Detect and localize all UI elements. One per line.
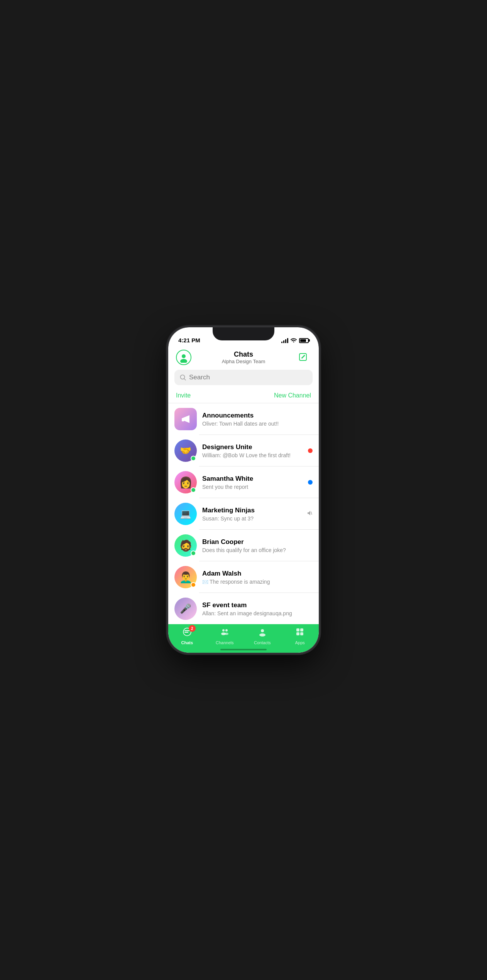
search-bar[interactable] [174, 370, 313, 385]
chat-name: Samantha White [202, 475, 305, 483]
chat-preview: Susan: Sync up at 3? [202, 515, 303, 522]
tab-bar: 2 Chats Channels [168, 624, 319, 653]
svg-point-11 [225, 629, 228, 631]
online-indicator [191, 487, 196, 493]
chat-meta [308, 480, 313, 485]
svg-rect-17 [300, 628, 303, 631]
tab-apps[interactable]: Apps [281, 627, 319, 645]
status-time: 4:21 PM [178, 337, 200, 344]
svg-rect-18 [296, 632, 299, 635]
channels-tab-icon [220, 627, 229, 639]
chat-info: Announcements Oliver: Town Hall dates ar… [202, 412, 313, 427]
chat-preview: Allan: Sent an image designauqa.png [202, 610, 313, 616]
chat-name: Designers Unite [202, 443, 305, 451]
chats-badge: 2 [189, 625, 196, 632]
tab-chats[interactable]: 2 Chats [168, 627, 206, 645]
chat-item-announcements[interactable]: Announcements Oliver: Town Hall dates ar… [168, 403, 319, 435]
avatar-wrap: 💻 [174, 503, 197, 525]
chat-name: Brian Cooper [202, 538, 313, 546]
apps-tab-icon [295, 627, 304, 639]
sf-avatar: 🎤 [174, 598, 197, 620]
chat-list: Announcements Oliver: Town Hall dates ar… [168, 403, 319, 624]
svg-line-7 [311, 512, 312, 515]
chat-info: Brian Cooper Does this qualify for an of… [202, 538, 313, 553]
avatar-wrap: 👨‍🦱 [174, 566, 197, 588]
profile-avatar[interactable] [176, 350, 191, 365]
tab-channels-label: Channels [216, 640, 233, 645]
chat-item-samantha-white[interactable]: 👩 Samantha White Sent you the report [168, 466, 319, 498]
chat-item-sf-event-team[interactable]: 🎤 SF event team Allan: Sent an image des… [168, 593, 319, 624]
phone-frame: 4:21 PM [168, 327, 319, 653]
contacts-tab-icon [258, 627, 267, 639]
header-title: Chats [222, 350, 265, 359]
search-icon [180, 374, 186, 381]
svg-line-5 [184, 379, 186, 380]
chat-info: Adam Walsh ✉️The response is amazing [202, 570, 313, 585]
chat-item-marketing-ninjas[interactable]: 💻 Marketing Ninjas Susan: Sync up at 3? [168, 498, 319, 530]
svg-rect-16 [296, 628, 299, 631]
announcements-avatar [174, 408, 197, 430]
app-content: Chats Alpha Design Team [168, 347, 319, 653]
header-subtitle: Alpha Design Team [222, 359, 265, 364]
chat-preview: William: @Bob W Love the first draft! [202, 452, 305, 458]
new-channel-button[interactable]: New Channel [274, 392, 311, 399]
tab-apps-label: Apps [295, 640, 305, 645]
tab-contacts-label: Contacts [254, 640, 271, 645]
tab-chats-label: Chats [181, 640, 193, 645]
chat-preview: Oliver: Town Hall dates are out!! [202, 421, 313, 427]
status-icons [281, 337, 309, 344]
chat-preview: Does this qualify for an office joke? [202, 547, 313, 553]
phone-screen: 4:21 PM [168, 327, 319, 653]
chat-name: Announcements [202, 412, 313, 419]
unread-dot [308, 480, 313, 485]
chat-info: SF event team Allan: Sent an image desig… [202, 601, 313, 616]
svg-point-14 [261, 629, 264, 632]
svg-rect-6 [182, 418, 184, 421]
svg-point-1 [182, 354, 186, 358]
chat-info: Marketing Ninjas Susan: Sync up at 3? [202, 507, 303, 522]
search-input[interactable] [189, 374, 307, 381]
online-indicator [191, 456, 196, 461]
tab-contacts[interactable]: Contacts [244, 627, 281, 645]
wifi-icon [291, 337, 297, 344]
signal-icon [281, 338, 288, 343]
draft-icon: ✉️ [202, 579, 208, 585]
battery-icon [299, 338, 309, 343]
svg-point-13 [225, 633, 228, 635]
avatar-wrap: 🤝 [174, 439, 197, 462]
action-row: Invite New Channel [168, 390, 319, 403]
chat-item-brian-cooper[interactable]: 🧔 Brian Cooper Does this qualify for an … [168, 530, 319, 561]
avatar-wrap: 👩 [174, 471, 197, 493]
phone-notch [213, 327, 274, 340]
chat-meta [306, 510, 313, 518]
chat-preview: Sent you the report [202, 484, 305, 490]
chat-item-designers-unite[interactable]: 🤝 Designers Unite William: @Bob W Love t… [168, 435, 319, 466]
chat-name: Adam Walsh [202, 570, 313, 578]
chat-name: SF event team [202, 601, 313, 609]
unread-dot [308, 448, 313, 453]
avatar-wrap: 🎤 [174, 598, 197, 620]
svg-point-15 [259, 633, 265, 636]
chats-tab-icon: 2 [183, 627, 192, 639]
svg-rect-19 [300, 632, 303, 635]
avatar-wrap [174, 408, 197, 430]
chat-preview-draft: ✉️The response is amazing [202, 579, 313, 585]
invite-button[interactable]: Invite [176, 392, 191, 399]
marketing-avatar: 💻 [174, 503, 197, 525]
tab-channels[interactable]: Channels [206, 627, 244, 645]
online-indicator [191, 582, 196, 588]
chat-info: Samantha White Sent you the report [202, 475, 305, 490]
avatar-wrap: 🧔 [174, 534, 197, 557]
chat-meta [308, 448, 313, 453]
chat-item-adam-walsh[interactable]: 👨‍🦱 Adam Walsh ✉️The response is amazing [168, 561, 319, 593]
mute-icon [306, 510, 313, 518]
home-indicator [220, 649, 267, 650]
edit-button[interactable] [296, 350, 311, 365]
chat-info: Designers Unite William: @Bob W Love the… [202, 443, 305, 458]
app-header: Chats Alpha Design Team [168, 347, 319, 370]
online-indicator [191, 551, 196, 556]
chat-name: Marketing Ninjas [202, 507, 303, 514]
svg-point-10 [222, 629, 225, 631]
header-center: Chats Alpha Design Team [222, 350, 265, 364]
